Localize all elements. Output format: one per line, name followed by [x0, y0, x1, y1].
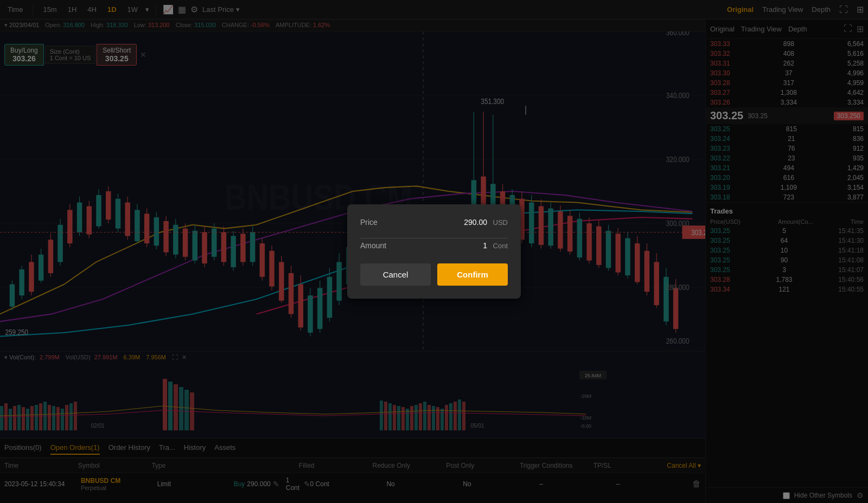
cancel-button[interactable]: Cancel	[360, 263, 431, 286]
modal-amount-value-group: 1 Cont	[483, 241, 508, 250]
modal-price-value: 290.00	[464, 218, 487, 227]
modal-price-unit: USD	[493, 218, 508, 227]
confirm-button[interactable]: Confirm	[437, 263, 508, 286]
modal-amount-value: 1	[483, 241, 487, 250]
modal-amount-label: Amount	[360, 241, 386, 250]
modal-price-row: Price 290.00 USD	[360, 217, 508, 227]
modal-amount-unit: Cont	[493, 242, 508, 250]
modal-overlay[interactable]: Price 290.00 USD Amount 1 Cont Cancel Co…	[0, 0, 868, 503]
modal-buttons: Cancel Confirm	[360, 263, 508, 286]
modal-amount-row: Amount 1 Cont	[360, 241, 508, 250]
order-confirm-modal: Price 290.00 USD Amount 1 Cont Cancel Co…	[347, 204, 521, 299]
modal-price-value-group: 290.00 USD	[464, 217, 508, 227]
modal-price-label: Price	[360, 218, 378, 227]
modal-divider	[360, 238, 508, 238]
